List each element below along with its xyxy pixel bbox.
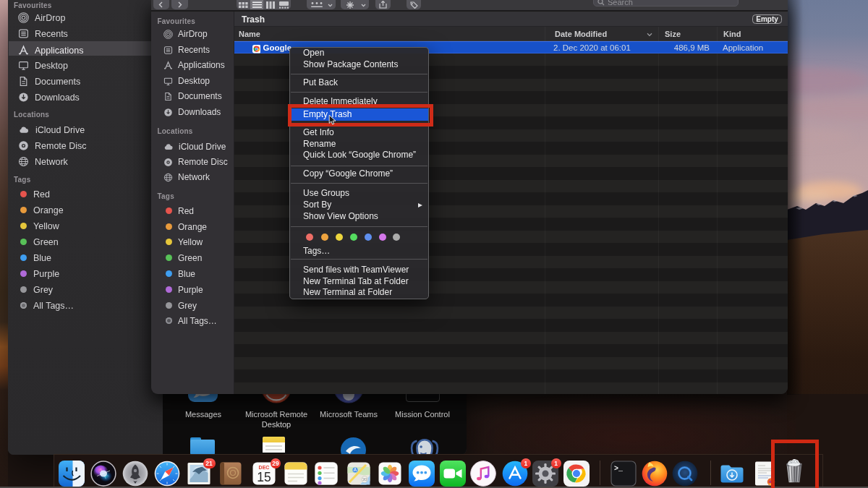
svg-text:>_: >_ <box>614 465 624 473</box>
svg-text:30: 30 <box>362 477 367 481</box>
svg-text:15: 15 <box>257 470 271 484</box>
svg-text:DEC: DEC <box>259 465 270 470</box>
svg-text:A: A <box>354 467 357 472</box>
